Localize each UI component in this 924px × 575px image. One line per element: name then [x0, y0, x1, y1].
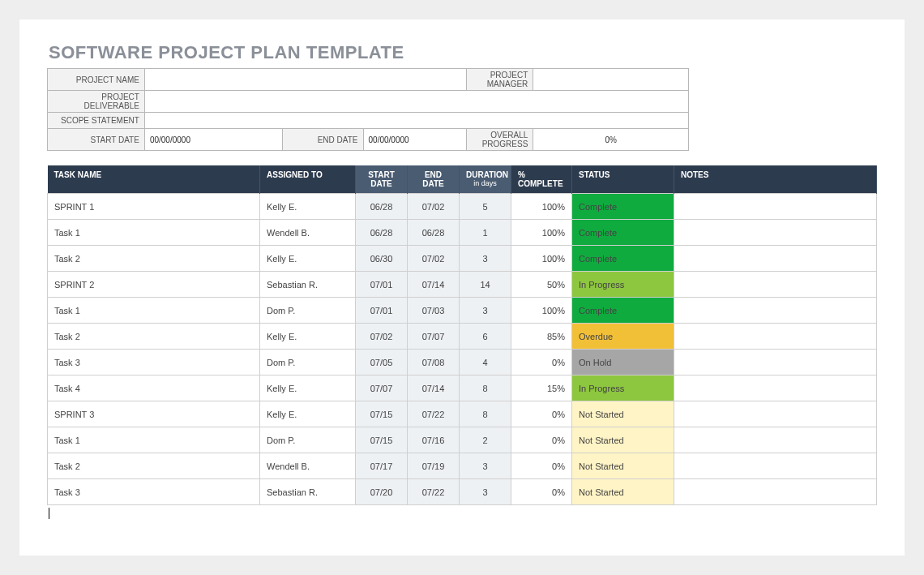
cell-end-date[interactable]: 07/14: [408, 272, 460, 298]
cell-percent[interactable]: 0%: [511, 479, 572, 505]
cell-status[interactable]: In Progress: [572, 375, 674, 401]
cell-percent[interactable]: 100%: [511, 298, 572, 324]
cell-status[interactable]: In Progress: [572, 272, 674, 298]
cell-percent[interactable]: 0%: [511, 401, 572, 427]
cell-percent[interactable]: 100%: [511, 194, 572, 220]
cell-assigned[interactable]: Kelly E.: [260, 401, 356, 427]
cell-notes[interactable]: [674, 246, 877, 272]
cell-duration[interactable]: 5: [460, 194, 511, 220]
cell-end-date[interactable]: 07/16: [408, 427, 460, 453]
cell-percent[interactable]: 0%: [511, 350, 572, 375]
cell-end-date[interactable]: 07/02: [408, 194, 460, 220]
cell-duration[interactable]: 8: [460, 375, 511, 401]
cell-percent[interactable]: 0%: [511, 453, 572, 479]
cell-notes[interactable]: [674, 298, 877, 324]
cell-assigned[interactable]: Kelly E.: [260, 246, 356, 272]
cell-percent[interactable]: 100%: [511, 220, 572, 246]
cell-duration[interactable]: 8: [460, 401, 511, 427]
cell-notes[interactable]: [674, 272, 877, 298]
cell-start-date[interactable]: 07/05: [356, 350, 408, 375]
cell-task[interactable]: SPRINT 1: [48, 194, 260, 220]
cell-task[interactable]: SPRINT 3: [48, 401, 260, 427]
cell-notes[interactable]: [674, 427, 877, 453]
cell-assigned[interactable]: Dom P.: [260, 427, 356, 453]
cell-assigned[interactable]: Dom P.: [260, 350, 356, 375]
cell-assigned[interactable]: Sebastian R.: [260, 479, 356, 505]
cell-end-date[interactable]: 06/28: [408, 220, 460, 246]
cell-start-date[interactable]: 06/28: [356, 194, 408, 220]
cell-task[interactable]: Task 4: [48, 375, 260, 401]
cell-start-date[interactable]: 07/01: [356, 272, 408, 298]
cell-status[interactable]: Not Started: [572, 401, 674, 427]
cell-notes[interactable]: [674, 350, 877, 375]
cell-duration[interactable]: 3: [460, 246, 511, 272]
cell-duration[interactable]: 3: [460, 298, 511, 324]
cell-task[interactable]: Task 2: [48, 453, 260, 479]
cell-percent[interactable]: 0%: [511, 427, 572, 453]
value-start-date[interactable]: 00/00/0000: [144, 129, 282, 151]
cell-status[interactable]: Not Started: [572, 453, 674, 479]
cell-percent[interactable]: 50%: [511, 272, 572, 298]
cell-duration[interactable]: 1: [460, 220, 511, 246]
cell-status[interactable]: Overdue: [572, 324, 674, 350]
cell-task[interactable]: Task 3: [48, 479, 260, 505]
cell-end-date[interactable]: 07/22: [408, 401, 460, 427]
cell-assigned[interactable]: Kelly E.: [260, 324, 356, 350]
cell-duration[interactable]: 3: [460, 453, 511, 479]
value-overall-progress[interactable]: 0%: [533, 129, 689, 151]
cell-duration[interactable]: 14: [460, 272, 511, 298]
cell-start-date[interactable]: 07/20: [356, 479, 408, 505]
cell-start-date[interactable]: 07/15: [356, 401, 408, 427]
value-project-name[interactable]: [144, 69, 466, 91]
cell-assigned[interactable]: Dom P.: [260, 298, 356, 324]
cell-status[interactable]: Complete: [572, 194, 674, 220]
value-scope-statement[interactable]: [144, 113, 688, 129]
cell-status[interactable]: Complete: [572, 220, 674, 246]
cell-end-date[interactable]: 07/02: [408, 246, 460, 272]
cell-start-date[interactable]: 07/02: [356, 324, 408, 350]
cell-end-date[interactable]: 07/07: [408, 324, 460, 350]
cell-task[interactable]: Task 1: [48, 298, 260, 324]
cell-start-date[interactable]: 06/30: [356, 246, 408, 272]
cell-task[interactable]: Task 2: [48, 324, 260, 350]
cell-duration[interactable]: 2: [460, 427, 511, 453]
cell-duration[interactable]: 4: [460, 350, 511, 375]
cell-status[interactable]: On Hold: [572, 350, 674, 375]
cell-notes[interactable]: [674, 324, 877, 350]
value-project-manager[interactable]: [533, 69, 689, 91]
cell-start-date[interactable]: 07/01: [356, 298, 408, 324]
cell-end-date[interactable]: 07/22: [408, 479, 460, 505]
cell-start-date[interactable]: 06/28: [356, 220, 408, 246]
cell-end-date[interactable]: 07/19: [408, 453, 460, 479]
cell-assigned[interactable]: Kelly E.: [260, 194, 356, 220]
cell-duration[interactable]: 3: [460, 479, 511, 505]
cell-notes[interactable]: [674, 479, 877, 505]
cell-percent[interactable]: 100%: [511, 246, 572, 272]
cell-start-date[interactable]: 07/07: [356, 375, 408, 401]
cell-duration[interactable]: 6: [460, 324, 511, 350]
cell-percent[interactable]: 85%: [511, 324, 572, 350]
cell-assigned[interactable]: Wendell B.: [260, 453, 356, 479]
cell-start-date[interactable]: 07/17: [356, 453, 408, 479]
cell-task[interactable]: Task 3: [48, 350, 260, 375]
cell-assigned[interactable]: Wendell B.: [260, 220, 356, 246]
cell-notes[interactable]: [674, 375, 877, 401]
cell-task[interactable]: Task 2: [48, 246, 260, 272]
cell-status[interactable]: Not Started: [572, 479, 674, 505]
cell-notes[interactable]: [674, 401, 877, 427]
cell-percent[interactable]: 15%: [511, 375, 572, 401]
cell-status[interactable]: Not Started: [572, 427, 674, 453]
cell-task[interactable]: Task 1: [48, 220, 260, 246]
cell-status[interactable]: Complete: [572, 246, 674, 272]
cell-notes[interactable]: [674, 194, 877, 220]
cell-assigned[interactable]: Kelly E.: [260, 375, 356, 401]
cell-start-date[interactable]: 07/15: [356, 427, 408, 453]
cell-end-date[interactable]: 07/14: [408, 375, 460, 401]
cell-end-date[interactable]: 07/08: [408, 350, 460, 375]
cell-task[interactable]: Task 1: [48, 427, 260, 453]
cell-end-date[interactable]: 07/03: [408, 298, 460, 324]
cell-task[interactable]: SPRINT 2: [48, 272, 260, 298]
value-end-date[interactable]: 00/00/0000: [363, 129, 467, 151]
cell-notes[interactable]: [674, 220, 877, 246]
cell-status[interactable]: Complete: [572, 298, 674, 324]
